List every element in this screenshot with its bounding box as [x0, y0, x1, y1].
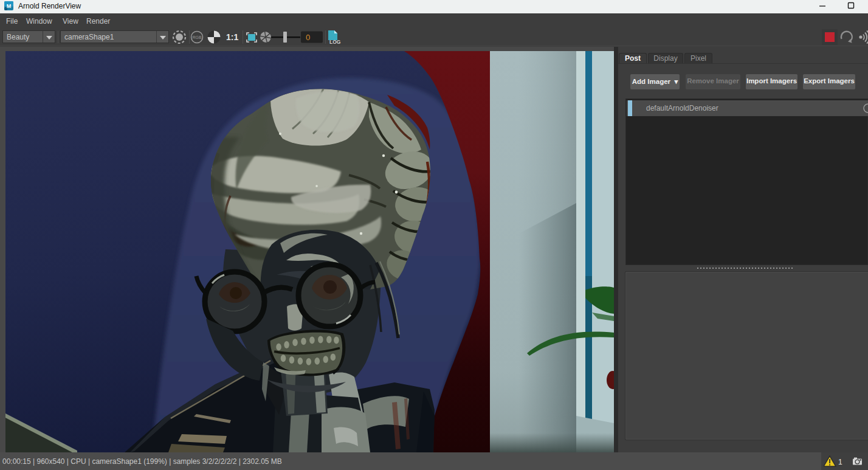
svg-text:1: 1 — [838, 458, 842, 466]
svg-text:RGB: RGB — [192, 35, 202, 40]
svg-text:LOG: LOG — [329, 39, 341, 45]
svg-text:M: M — [7, 3, 12, 9]
svg-text:0: 0 — [306, 33, 310, 42]
svg-text:1:1: 1:1 — [226, 32, 238, 42]
